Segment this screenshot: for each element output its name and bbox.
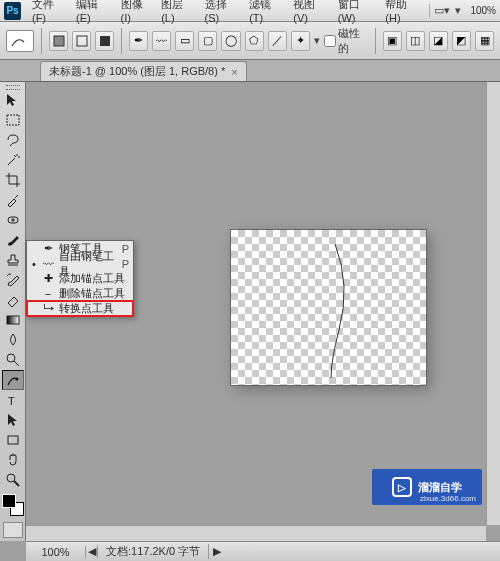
path-select-tool[interactable] xyxy=(2,410,24,430)
menu-view[interactable]: 视图(V) xyxy=(288,0,333,26)
flyout-shortcut: P xyxy=(122,243,129,255)
shape-line-icon[interactable]: ／ xyxy=(268,31,287,51)
foreground-color-swatch[interactable] xyxy=(2,494,16,508)
history-brush-tool[interactable] xyxy=(2,270,24,290)
stamp-tool[interactable] xyxy=(2,250,24,270)
svg-text:T: T xyxy=(8,395,15,407)
delete-anchor-icon: − xyxy=(41,288,55,300)
blur-tool[interactable] xyxy=(2,330,24,350)
rect-marquee-tool[interactable] xyxy=(2,110,24,130)
menu-image[interactable]: 图像(I) xyxy=(116,0,157,26)
document-canvas[interactable] xyxy=(231,230,426,385)
menu-window[interactable]: 窗口(W) xyxy=(333,0,380,26)
horizontal-scrollbar[interactable] xyxy=(26,525,486,541)
add-anchor-icon: ✚ xyxy=(41,272,55,285)
path-op-subtract-icon[interactable]: ◪ xyxy=(429,31,448,51)
shape-dropdown-icon[interactable]: ▾ xyxy=(314,34,320,47)
quick-mask-button[interactable] xyxy=(3,522,23,538)
pen-tool-flyout: ✒ 钢笔工具 P • 〰 自由钢笔工具 P ✚ 添加锚点工具 − 删除锚点工具 … xyxy=(26,240,134,317)
shape-custom-icon[interactable]: ✦ xyxy=(291,31,310,51)
lasso-tool[interactable] xyxy=(2,130,24,150)
bullet: • xyxy=(31,258,37,270)
delete-anchor-tool-item[interactable]: − 删除锚点工具 xyxy=(27,286,133,301)
status-nav-left-icon[interactable]: ◀ xyxy=(86,545,98,558)
svg-rect-2 xyxy=(100,36,110,46)
flyout-label: 添加锚点工具 xyxy=(59,271,125,286)
freeform-mode-icon[interactable]: 〰 xyxy=(152,31,171,51)
shape-rect-icon[interactable]: ▭ xyxy=(175,31,194,51)
magnetic-checkbox[interactable]: 磁性的 xyxy=(324,26,368,56)
current-tool-preset[interactable] xyxy=(6,30,34,52)
type-tool[interactable]: T xyxy=(2,390,24,410)
freeform-pen-tool-item[interactable]: • 〰 自由钢笔工具 P xyxy=(27,256,133,271)
menu-select[interactable]: 选择(S) xyxy=(200,0,245,26)
status-menu-triangle-icon[interactable]: ▶ xyxy=(209,545,225,558)
menubar: Ps 文件(F) 编辑(E) 图像(I) 图层(L) 选择(S) 滤镜(T) 视… xyxy=(0,0,500,22)
menu-edit[interactable]: 编辑(E) xyxy=(71,0,116,26)
document-tab-bar: 未标题-1 @ 100% (图层 1, RGB/8) * × xyxy=(0,60,500,82)
shape-polygon-icon[interactable]: ⬠ xyxy=(245,31,264,51)
status-zoom[interactable]: 100% xyxy=(26,546,86,558)
convert-point-tool-item[interactable]: ⮡ 转换点工具 xyxy=(27,301,133,316)
magic-wand-tool[interactable] xyxy=(2,150,24,170)
svg-rect-9 xyxy=(8,436,18,444)
shape-layers-button[interactable] xyxy=(49,31,68,51)
shape-roundrect-icon[interactable]: ▢ xyxy=(198,31,217,51)
document-tab-title: 未标题-1 @ 100% (图层 1, RGB/8) * xyxy=(49,64,225,79)
magnetic-input[interactable] xyxy=(324,35,336,47)
watermark-text: 溜溜自学 xyxy=(418,480,462,495)
shape-ellipse-icon[interactable]: ◯ xyxy=(221,31,240,51)
vertical-scrollbar[interactable] xyxy=(486,82,500,525)
path-op-exclude-icon[interactable]: ▦ xyxy=(475,31,494,51)
color-swatches[interactable] xyxy=(2,494,24,516)
workspace-switcher-icon[interactable]: ▭▾ xyxy=(434,3,450,19)
paths-button[interactable] xyxy=(72,31,91,51)
svg-rect-1 xyxy=(77,36,87,46)
pen-icon: ✒ xyxy=(41,242,55,255)
move-tool[interactable] xyxy=(2,90,24,110)
flyout-shortcut: P xyxy=(122,258,129,270)
menu-layer[interactable]: 图层(L) xyxy=(156,0,199,26)
opt-sep xyxy=(41,28,42,54)
opt-sep xyxy=(121,28,122,54)
svg-rect-5 xyxy=(7,316,19,324)
close-icon[interactable]: × xyxy=(231,66,237,78)
eraser-tool[interactable] xyxy=(2,290,24,310)
drawn-path xyxy=(231,230,426,385)
app-logo: Ps xyxy=(4,2,21,20)
zoom-out-icon[interactable]: ▾ xyxy=(450,3,466,19)
eyedropper-tool[interactable] xyxy=(2,190,24,210)
zoom-tool[interactable] xyxy=(2,470,24,490)
path-op-new-icon[interactable]: ▣ xyxy=(383,31,402,51)
convert-point-icon: ⮡ xyxy=(41,303,55,315)
zoom-display: 100% xyxy=(470,5,496,16)
path-op-add-icon[interactable]: ◫ xyxy=(406,31,425,51)
gradient-tool[interactable] xyxy=(2,310,24,330)
shape-tool[interactable] xyxy=(2,430,24,450)
path-op-intersect-icon[interactable]: ◩ xyxy=(452,31,471,51)
svg-point-10 xyxy=(7,474,15,482)
freeform-pen-icon: 〰 xyxy=(41,258,55,270)
menu-file[interactable]: 文件(F) xyxy=(27,0,71,26)
watermark-badge: ▷ 溜溜自学 zixue.3d66.com xyxy=(372,469,482,505)
svg-rect-3 xyxy=(7,115,19,125)
menu-filter[interactable]: 滤镜(T) xyxy=(244,0,288,26)
document-tab[interactable]: 未标题-1 @ 100% (图层 1, RGB/8) * × xyxy=(40,61,247,81)
status-doc-info[interactable]: 文档:117.2K/0 字节 xyxy=(98,544,209,559)
opt-sep xyxy=(375,28,376,54)
freeform-pen-icon xyxy=(10,34,30,48)
flyout-label: 转换点工具 xyxy=(59,301,125,316)
hand-tool[interactable] xyxy=(2,450,24,470)
add-anchor-tool-item[interactable]: ✚ 添加锚点工具 xyxy=(27,271,133,286)
brush-tool[interactable] xyxy=(2,230,24,250)
crop-tool[interactable] xyxy=(2,170,24,190)
svg-rect-0 xyxy=(54,36,64,46)
menu-help[interactable]: 帮助(H) xyxy=(380,0,425,26)
svg-point-7 xyxy=(15,378,18,381)
fill-pixels-button[interactable] xyxy=(95,31,114,51)
pen-mode-icon[interactable]: ✒ xyxy=(129,31,148,51)
pen-tool[interactable] xyxy=(2,370,24,390)
status-bar: 100% ◀ 文档:117.2K/0 字节 ▶ xyxy=(26,541,500,561)
dodge-tool[interactable] xyxy=(2,350,24,370)
healing-brush-tool[interactable] xyxy=(2,210,24,230)
